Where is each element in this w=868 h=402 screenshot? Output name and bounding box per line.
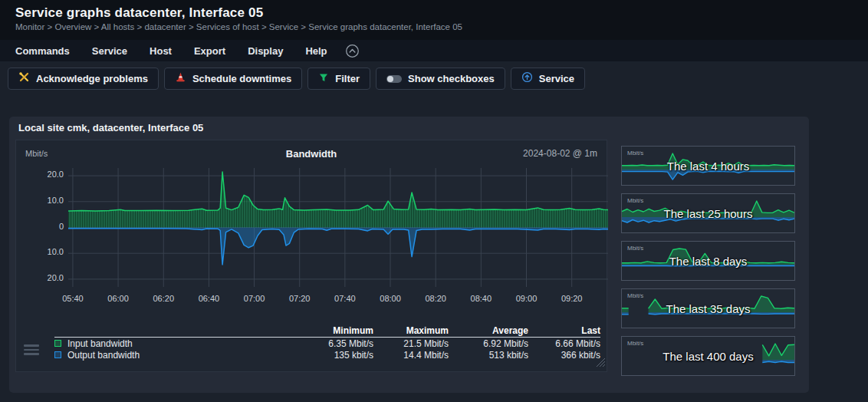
legend-row-input: Input bandwidth 6.35 Mbit/s 21.5 Mbit/s … (54, 338, 600, 349)
input-bandwidth-swatch (54, 340, 61, 347)
button-label: Schedule downtimes (192, 73, 291, 84)
legend-header-last: Last (528, 325, 600, 336)
thumbnail-last-4-hours[interactable]: Mbit/s The last 4 hours (621, 146, 795, 186)
legend-value: 6.66 Mbit/s (528, 338, 600, 349)
legend-value: 513 kbit/s (449, 350, 528, 361)
thumbnail-last-35-days[interactable]: Mbit/s The last 35 days (621, 288, 795, 328)
time-range-thumbnails: Mbit/s The last 4 hours Mbit/s The last … (621, 146, 795, 384)
x-axis-tick: 09:20 (555, 294, 589, 303)
circle-up-arrow-icon (521, 71, 533, 86)
legend-value: 6.35 Mbit/s (289, 338, 373, 349)
graph-title: Bandwidth (16, 148, 607, 160)
menu-item-export[interactable]: Export (194, 45, 225, 57)
x-axis-tick: 06:00 (101, 294, 135, 303)
button-label: Acknowledge problems (36, 73, 148, 84)
x-axis-tick: 05:40 (56, 294, 90, 303)
y-axis-tick: 0 (28, 222, 64, 231)
legend-label: Input bandwidth (67, 338, 133, 349)
legend-row-output: Output bandwidth 135 kbit/s 14.4 Mbit/s … (54, 349, 600, 361)
panel-title: Local site cmk, datacenter, Interface 05 (18, 122, 203, 133)
bandwidth-plot[interactable] (68, 168, 608, 287)
legend-value: 135 kbit/s (289, 350, 373, 361)
thumb-unit-label: Mbit/s (627, 197, 643, 204)
legend-value: 14.4 Mbit/s (373, 350, 449, 361)
button-label: Filter (335, 73, 360, 84)
x-axis-tick: 06:20 (146, 294, 180, 303)
breadcrumb[interactable]: Monitor > Overview > All hosts > datacen… (15, 22, 462, 31)
y-axis-tick: 20.0 (28, 170, 64, 179)
thumb-unit-label: Mbit/s (627, 150, 643, 157)
x-axis-tick: 06:40 (192, 294, 225, 303)
x-axis-tick: 09:00 (510, 294, 544, 303)
legend-header-average: Average (449, 325, 528, 336)
page: Service graphs datacenter, Interface 05 … (0, 0, 868, 402)
thumbnail-last-400-days[interactable]: Mbit/s The last 400 days (621, 336, 795, 376)
collapse-menu-icon[interactable] (345, 44, 360, 58)
thumb-title: The last 400 days (622, 350, 794, 363)
menu-item-display[interactable]: Display (248, 45, 283, 57)
menu-item-host[interactable]: Host (150, 45, 172, 57)
filter-button[interactable]: Filter (307, 68, 370, 90)
legend-menu-icon[interactable] (24, 344, 39, 358)
button-label: Service (539, 73, 574, 84)
traffic-cone-icon (175, 71, 186, 86)
show-checkboxes-button[interactable]: Show checkboxes (376, 68, 505, 90)
top-header: Service graphs datacenter, Interface 05 … (0, 0, 868, 40)
schedule-downtimes-button[interactable]: Schedule downtimes (164, 68, 302, 90)
x-axis-tick: 08:00 (373, 294, 407, 303)
legend-value: 6.92 Mbit/s (449, 338, 528, 349)
x-axis-tick: 07:00 (238, 294, 271, 303)
x-axis-tick: 08:20 (419, 294, 452, 303)
legend-label: Output bandwidth (67, 350, 140, 361)
thumb-title: The last 8 days (622, 255, 794, 268)
graph-timestamp: 2024-08-02 @ 1m (523, 148, 597, 159)
thumbnail-last-25-hours[interactable]: Mbit/s The last 25 hours (621, 193, 795, 233)
thumb-unit-label: Mbit/s (627, 245, 643, 252)
y-axis-tick: 10.0 (28, 247, 64, 256)
menu-item-service[interactable]: Service (92, 45, 127, 57)
thumb-title: The last 25 hours (622, 207, 794, 220)
menu-item-help[interactable]: Help (305, 45, 327, 57)
crossed-tools-icon (18, 71, 30, 86)
service-button[interactable]: Service (511, 68, 585, 90)
x-axis-tick: 07:20 (283, 294, 317, 303)
legend-value: 21.5 Mbit/s (373, 338, 449, 349)
graph-dashlet-panel: Local site cmk, datacenter, Interface 05… (9, 117, 809, 393)
graph-container: Mbit/s Bandwidth 2024-08-02 @ 1m Minimum… (15, 140, 607, 372)
menubar: Commands Service Host Export Display Hel… (0, 40, 868, 61)
thumb-unit-label: Mbit/s (627, 340, 643, 347)
legend-value: 366 kbit/s (528, 350, 600, 361)
legend-header-maximum: Maximum (373, 325, 449, 336)
acknowledge-problems-button[interactable]: Acknowledge problems (8, 68, 159, 90)
x-axis-tick: 07:40 (328, 294, 362, 303)
x-axis-tick: 08:40 (464, 294, 498, 303)
thumbnail-last-8-days[interactable]: Mbit/s The last 8 days (621, 241, 795, 281)
button-label: Show checkboxes (408, 73, 495, 84)
thumb-unit-label: Mbit/s (627, 292, 643, 299)
toolbar: Acknowledge problems Schedule downtimes … (8, 68, 585, 90)
menu-item-commands[interactable]: Commands (15, 45, 70, 57)
toggle-icon (386, 75, 402, 83)
thumb-title: The last 35 days (622, 302, 794, 315)
graph-legend: Minimum Maximum Average Last Input bandw… (54, 325, 600, 361)
page-title: Service graphs datacenter, Interface 05 (15, 5, 263, 21)
funnel-icon (318, 72, 329, 86)
y-axis-tick: 10.0 (28, 196, 64, 205)
resize-handle-icon[interactable] (596, 356, 605, 370)
legend-header-row: Minimum Maximum Average Last (54, 325, 600, 338)
y-axis-tick: 20.0 (28, 273, 64, 282)
output-bandwidth-swatch (54, 351, 61, 358)
legend-header-minimum: Minimum (289, 325, 373, 336)
thumb-title: The last 4 hours (622, 160, 794, 173)
